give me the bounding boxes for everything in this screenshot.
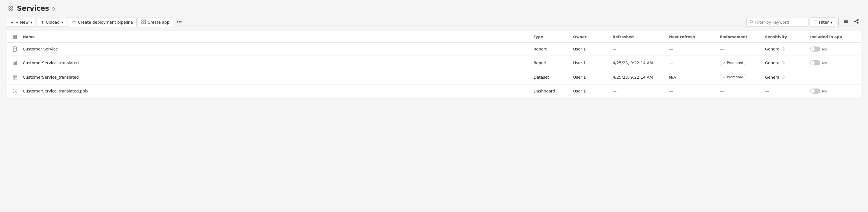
row-name-1: CustomerService_translated (21, 56, 531, 70)
sensitivity-value-0: General (765, 47, 780, 51)
share-icon (854, 19, 859, 25)
diamond-icon: ◇ (51, 6, 55, 11)
svg-line-23 (856, 22, 857, 23)
row-included-in-app-3: No (808, 84, 859, 98)
table-header: Name Type Owner Refreshed Next refresh E… (7, 31, 861, 43)
svg-rect-26 (13, 37, 15, 38)
upload-caret-icon: ▾ (61, 20, 63, 25)
svg-rect-32 (13, 63, 14, 65)
svg-point-21 (857, 22, 859, 24)
create-app-label: Create app (148, 20, 169, 25)
upload-icon: ↑ (41, 20, 44, 25)
toggle-label-3: No (822, 89, 827, 93)
col-header-next-refresh: Next refresh (667, 31, 718, 42)
svg-rect-33 (14, 62, 15, 65)
filter-button[interactable]: Filter ▾ (810, 17, 836, 27)
app-icon (142, 20, 146, 25)
create-pipeline-button[interactable]: Create deployment pipeline (68, 17, 136, 27)
list-view-button[interactable] (841, 17, 850, 27)
row-next-refresh-3: — (667, 84, 718, 98)
upload-label: Upload (46, 20, 60, 25)
new-label: + New (16, 20, 29, 25)
row-endorsement-2: ✓ Promoted (718, 70, 763, 84)
page-title: Services (17, 4, 49, 12)
promoted-label-2: Promoted (727, 75, 743, 79)
new-button[interactable]: + + New ▾ (7, 18, 36, 27)
svg-line-12 (752, 23, 753, 24)
search-box[interactable] (746, 18, 808, 27)
row-icon-0 (9, 43, 21, 56)
pipeline-label: Create deployment pipeline (78, 20, 133, 25)
col-header-type: Type (531, 31, 571, 42)
table-row: CustomerService_translated.pbix Dashboar… (7, 84, 861, 98)
toolbar-divider (838, 18, 839, 26)
filter-label: Filter (819, 20, 829, 25)
sensitivity-value-2: General (765, 75, 780, 79)
toolbar: + + New ▾ ↑ Upload ▾ Create deployment p… (0, 15, 868, 31)
check-icon-2: ✓ (723, 75, 726, 79)
content-area: Name Type Owner Refreshed Next refresh E… (7, 31, 861, 98)
toggle-0[interactable] (810, 46, 820, 51)
svg-point-19 (857, 20, 859, 21)
svg-rect-24 (13, 35, 15, 36)
svg-point-5 (75, 21, 76, 22)
row-next-refresh-0: — (667, 43, 718, 56)
svg-rect-34 (16, 62, 17, 65)
row-endorsement-1: ✓ Promoted (718, 56, 763, 70)
row-owner-3: User 1 (571, 84, 610, 98)
svg-point-4 (72, 21, 73, 22)
info-icon-1[interactable]: ⓘ (782, 61, 785, 65)
filter-icon (813, 20, 817, 25)
row-next-refresh-1: — (667, 56, 718, 70)
svg-rect-35 (13, 75, 17, 79)
table: Name Type Owner Refreshed Next refresh E… (7, 31, 861, 98)
page-container: Services ◇ + + New ▾ ↑ Upload ▾ Create d… (0, 0, 868, 212)
row-sensitivity-0: General ⓘ (763, 43, 808, 56)
svg-rect-9 (142, 22, 143, 24)
more-icon: ••• (176, 19, 182, 25)
row-type-1: Report (531, 56, 571, 70)
info-icon-0[interactable]: ⓘ (782, 47, 785, 51)
col-header-refreshed: Refreshed (610, 31, 667, 42)
row-endorsement-0: — (718, 43, 763, 56)
new-caret-icon: ▾ (30, 20, 32, 25)
services-icon (7, 4, 15, 12)
sensitivity-value-1: General (765, 61, 780, 65)
svg-point-1 (11, 6, 13, 8)
svg-point-3 (11, 9, 13, 10)
svg-rect-10 (144, 22, 146, 24)
row-included-in-app-0: No (808, 43, 859, 56)
row-sensitivity-2: General ⓘ (763, 70, 808, 84)
promoted-badge-2: ✓ Promoted (720, 74, 746, 80)
row-owner-1: User 1 (571, 56, 610, 70)
table-row: CustomerService_translated Dataset User … (7, 70, 861, 84)
row-refreshed-3: — (610, 84, 667, 98)
create-app-button[interactable]: Create app (138, 17, 173, 27)
row-refreshed-2: 4/25/23, 9:22:14 AM (610, 70, 667, 84)
row-owner-2: User 1 (571, 70, 610, 84)
row-name-3: CustomerService_translated.pbix (21, 84, 531, 98)
svg-rect-7 (142, 20, 143, 22)
svg-point-40 (15, 91, 15, 91)
row-icon-3 (9, 84, 21, 98)
more-options-button[interactable]: ••• (174, 17, 184, 27)
list-icon (843, 19, 848, 25)
share-button[interactable] (851, 17, 861, 27)
info-icon-2[interactable]: ⓘ (782, 75, 785, 80)
search-input[interactable] (755, 20, 805, 25)
pipeline-icon (72, 20, 76, 25)
row-name-0: Customer Service (21, 43, 531, 56)
col-header-name: Name (21, 31, 531, 42)
row-sensitivity-1: General ⓘ (763, 56, 808, 70)
toggle-1[interactable] (810, 60, 820, 65)
search-icon (749, 20, 753, 25)
svg-line-22 (856, 20, 857, 21)
row-included-in-app-1: No (808, 56, 859, 70)
upload-button[interactable]: ↑ Upload ▾ (37, 18, 67, 27)
row-icon-1 (9, 56, 21, 70)
row-type-0: Report (531, 43, 571, 56)
toggle-3[interactable] (810, 89, 820, 94)
promoted-label-1: Promoted (727, 61, 743, 65)
row-refreshed-0: — (610, 43, 667, 56)
row-refreshed-1: 4/25/23, 9:22:14 AM (610, 56, 667, 70)
